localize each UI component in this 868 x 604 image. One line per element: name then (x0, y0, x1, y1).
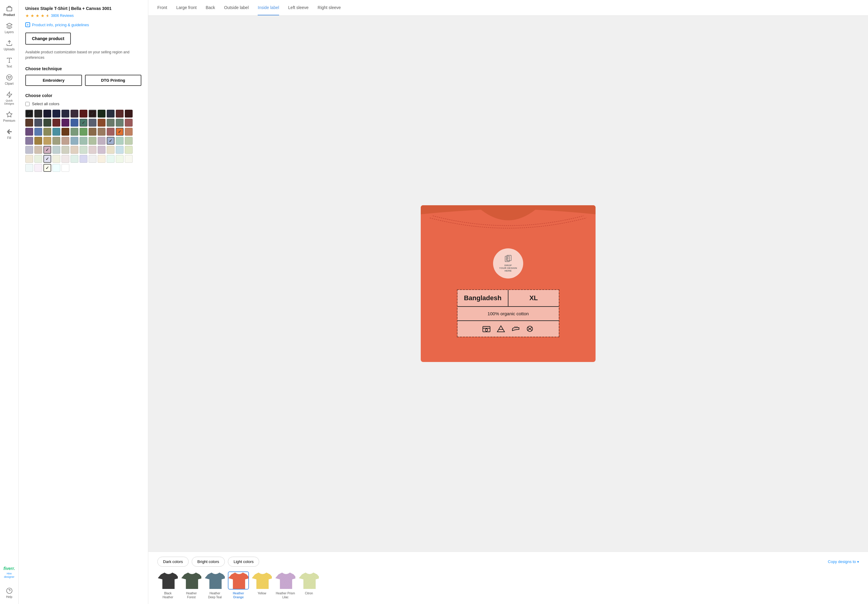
color-swatch-56[interactable] (98, 146, 105, 154)
color-swatch-73[interactable] (34, 164, 42, 172)
color-swatch-40[interactable] (62, 137, 69, 145)
help-button[interactable]: Help (0, 584, 19, 602)
reviews-link[interactable]: 3806 Reviews (51, 14, 74, 18)
color-swatch-61[interactable] (34, 155, 42, 163)
bright-colors-button[interactable]: Bright colors (192, 557, 225, 567)
color-swatch-31[interactable] (88, 128, 96, 136)
tab-inside-label[interactable]: Inside label (258, 0, 279, 15)
color-swatch-33[interactable] (107, 128, 115, 136)
color-swatch-14[interactable] (43, 119, 51, 127)
color-swatch-39[interactable] (53, 137, 60, 145)
light-colors-button[interactable]: Light colors (228, 557, 259, 567)
color-item-3[interactable]: Heather Orange (228, 571, 249, 599)
color-swatch-67[interactable] (88, 155, 96, 163)
color-swatch-69[interactable] (107, 155, 115, 163)
color-swatch-9[interactable] (107, 110, 115, 118)
color-swatch-26[interactable] (43, 128, 51, 136)
color-swatch-30[interactable] (79, 128, 87, 136)
sidebar-item-uploads[interactable]: Uploads (0, 37, 19, 54)
color-swatch-12[interactable] (25, 119, 33, 127)
sidebar-item-fill[interactable]: Fill (0, 125, 19, 142)
color-swatch-34[interactable] (116, 128, 124, 136)
color-swatch-64[interactable] (62, 155, 69, 163)
fiverr-section[interactable]: fiverr. Hire designer (0, 563, 19, 582)
color-item-5[interactable]: Heather Prism Lilac (275, 571, 296, 599)
copy-designs-button[interactable]: Copy designs to ▾ (828, 559, 859, 564)
sidebar-item-layers[interactable]: Layers (0, 20, 19, 37)
color-swatch-47[interactable] (125, 137, 133, 145)
color-swatch-18[interactable] (79, 119, 87, 127)
sidebar-item-text[interactable]: Text (0, 54, 19, 71)
color-swatch-37[interactable] (34, 137, 42, 145)
color-item-0[interactable]: Black Heather (157, 571, 178, 599)
tab-large-front[interactable]: Large front (176, 0, 197, 15)
color-swatch-51[interactable] (53, 146, 60, 154)
color-swatch-71[interactable] (125, 155, 133, 163)
color-swatch-35[interactable] (125, 128, 133, 136)
color-item-4[interactable]: Yellow (251, 571, 273, 599)
color-swatch-2[interactable] (43, 110, 51, 118)
color-swatch-66[interactable] (79, 155, 87, 163)
color-swatch-7[interactable] (88, 110, 96, 118)
color-swatch-42[interactable] (79, 137, 87, 145)
color-swatch-49[interactable] (34, 146, 42, 154)
color-swatch-76[interactable] (62, 164, 69, 172)
color-swatch-17[interactable] (71, 119, 78, 127)
color-swatch-48[interactable] (25, 146, 33, 154)
tab-right-sleeve[interactable]: Right sleeve (318, 0, 341, 15)
select-all-checkbox[interactable] (25, 102, 29, 106)
color-swatch-27[interactable] (53, 128, 60, 136)
color-swatch-38[interactable] (43, 137, 51, 145)
color-swatch-23[interactable] (125, 119, 133, 127)
color-swatch-13[interactable] (34, 119, 42, 127)
tab-back[interactable]: Back (206, 0, 215, 15)
dark-colors-button[interactable]: Dark colors (157, 557, 189, 567)
color-swatch-36[interactable] (25, 137, 33, 145)
color-swatch-11[interactable] (125, 110, 133, 118)
color-swatch-8[interactable] (98, 110, 105, 118)
color-swatch-10[interactable] (116, 110, 124, 118)
color-swatch-25[interactable] (34, 128, 42, 136)
tab-outside-label[interactable]: Outside label (224, 0, 249, 15)
color-swatch-75[interactable] (53, 164, 60, 172)
color-swatch-41[interactable] (71, 137, 78, 145)
drop-zone[interactable]: DROPYOUR DESIGNHERE (493, 248, 523, 279)
color-swatch-3[interactable] (53, 110, 60, 118)
color-swatch-68[interactable] (98, 155, 105, 163)
color-swatch-74[interactable] (43, 164, 51, 172)
color-swatch-21[interactable] (107, 119, 115, 127)
info-link[interactable]: + Product info, pricing & guidelines (25, 22, 141, 27)
color-swatch-57[interactable] (107, 146, 115, 154)
dtg-printing-button[interactable]: DTG Printing (85, 75, 142, 86)
color-swatch-59[interactable] (125, 146, 133, 154)
color-swatch-46[interactable] (116, 137, 124, 145)
color-swatch-53[interactable] (71, 146, 78, 154)
color-swatch-19[interactable] (88, 119, 96, 127)
color-swatch-52[interactable] (62, 146, 69, 154)
color-swatch-6[interactable] (79, 110, 87, 118)
color-swatch-5[interactable] (71, 110, 78, 118)
embroidery-button[interactable]: Embroidery (25, 75, 82, 86)
color-item-6[interactable]: Citron (298, 571, 319, 599)
color-swatch-29[interactable] (71, 128, 78, 136)
color-swatch-20[interactable] (98, 119, 105, 127)
color-swatch-16[interactable] (62, 119, 69, 127)
color-swatch-55[interactable] (88, 146, 96, 154)
color-swatch-72[interactable] (25, 164, 33, 172)
sidebar-item-product[interactable]: Product (0, 2, 19, 20)
color-swatch-4[interactable] (62, 110, 69, 118)
color-swatch-15[interactable] (53, 119, 60, 127)
color-swatch-0[interactable] (25, 110, 33, 118)
color-swatch-50[interactable] (43, 146, 51, 154)
color-swatch-24[interactable] (25, 128, 33, 136)
color-swatch-28[interactable] (62, 128, 69, 136)
sidebar-item-quick-designs[interactable]: Quick Designs (0, 88, 19, 108)
color-swatch-45[interactable] (107, 137, 115, 145)
color-swatch-58[interactable] (116, 146, 124, 154)
color-swatch-60[interactable] (25, 155, 33, 163)
color-swatch-44[interactable] (98, 137, 105, 145)
tab-front[interactable]: Front (157, 0, 167, 15)
color-swatch-70[interactable] (116, 155, 124, 163)
color-swatch-43[interactable] (88, 137, 96, 145)
color-swatch-54[interactable] (79, 146, 87, 154)
